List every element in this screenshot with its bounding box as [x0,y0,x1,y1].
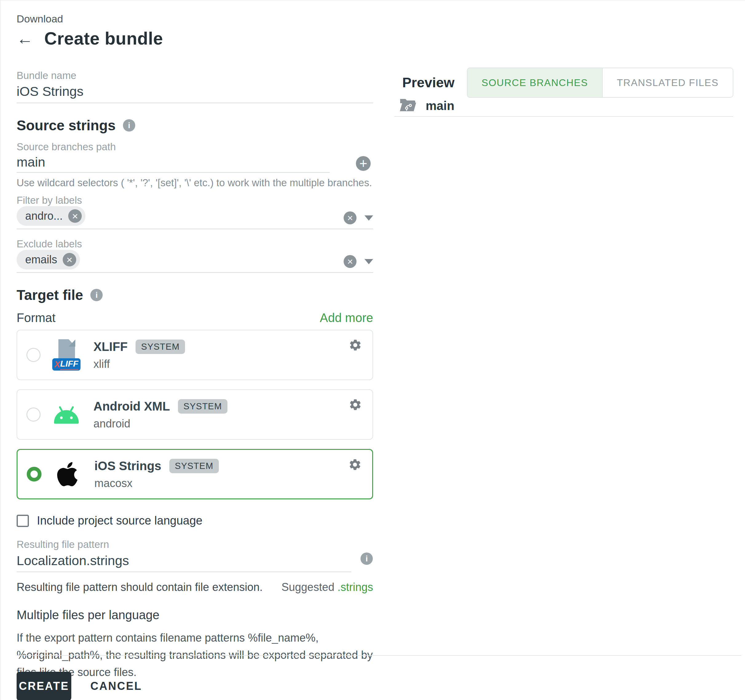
source-strings-heading: Source strings [16,117,115,134]
plus-icon: + [359,157,367,170]
wildcard-helper-text: Use wildcard selectors ( '*', '?', '[set… [16,176,373,189]
tab-translated-files[interactable]: TRANSLATED FILES [602,68,733,97]
include-source-language-checkbox[interactable] [16,515,29,527]
source-branches-label: Source branches path [16,141,373,153]
info-icon[interactable]: i [361,552,373,565]
create-bundle-page: Download ← Create bundle Bundle name iOS… [0,0,745,700]
chip-label: emails [25,253,57,266]
exclude-labels-input[interactable]: emails × × [16,250,373,273]
title-row: ← Create bundle [16,28,373,49]
chip-label: andro... [25,209,63,223]
field-right-icons: × [344,255,373,268]
target-file-heading: Target file [16,286,83,304]
footer-divider [16,655,741,656]
resulting-pattern-input[interactable]: Localization.strings [16,553,351,571]
source-branches-input[interactable]: main [16,155,330,172]
filter-labels-label: Filter by labels [16,194,373,206]
apple-icon [49,460,86,488]
multiple-files-heading: Multiple files per language [16,607,373,622]
exclude-labels-label: Exclude labels [16,238,373,250]
branch-tree-row[interactable]: main [394,95,733,117]
format-radio[interactable] [27,407,40,422]
include-source-language-label: Include project source language [37,514,202,527]
clear-field-icon[interactable]: × [344,255,356,268]
source-branches-field: Source branches path main + [16,141,373,173]
tab-source-branches[interactable]: SOURCE BRANCHES [467,68,602,97]
format-title: iOS Strings [94,459,162,473]
pattern-helper-text: Resulting file pattern should contain fi… [16,581,263,594]
clear-field-icon[interactable]: × [344,211,356,224]
format-subtitle: macosx [94,477,219,490]
format-radio[interactable] [27,348,40,362]
preview-header: Preview SOURCE BRANCHES TRANSLATED FILES [402,67,733,98]
preview-label: Preview [402,75,455,91]
format-card-android[interactable]: Android XML SYSTEM android [16,389,373,440]
xliff-file-icon: XLIFF [48,339,85,371]
info-icon[interactable]: i [90,289,103,301]
android-icon [48,405,85,424]
suggested-value[interactable]: .strings [338,581,373,593]
add-more-link[interactable]: Add more [320,311,373,325]
format-header-row: Format Add more [16,311,373,325]
bundle-form: Download ← Create bundle Bundle name iOS… [16,1,373,681]
branch-folder-icon [399,98,417,114]
cancel-button[interactable]: CANCEL [82,673,151,699]
bundle-name-field: Bundle name iOS Strings [16,69,373,103]
system-badge: SYSTEM [169,459,219,473]
format-subtitle: android [93,417,227,430]
format-card-text: Android XML SYSTEM android [93,399,227,430]
filter-labels-input[interactable]: andro... × × [16,206,373,229]
bundle-name-input[interactable]: iOS Strings [16,84,373,103]
target-file-section-head: Target file i [16,286,373,304]
exclude-labels-field: Exclude labels emails × × [16,238,373,273]
format-card-xliff[interactable]: XLIFF XLIFF SYSTEM xliff [16,330,373,380]
filter-labels-field: Filter by labels andro... × × [16,194,373,229]
format-card-text: iOS Strings SYSTEM macosx [94,459,219,490]
field-right-icons: × [344,211,373,224]
back-arrow-icon[interactable]: ← [16,28,33,49]
dropdown-caret-icon[interactable] [365,259,373,264]
format-card-text: XLIFF SYSTEM xliff [93,340,185,371]
form-actions: CREATE CANCEL [16,672,151,700]
source-branches-input-wrap: main [16,155,330,173]
suggested-extension: Suggested .strings [281,581,373,594]
info-icon[interactable]: i [123,119,135,132]
gear-icon[interactable] [349,398,362,413]
source-strings-section-head: Source strings i [16,117,373,134]
remove-chip-icon[interactable]: × [68,209,82,223]
resulting-pattern-input-wrap: Localization.strings [16,550,351,572]
format-title: XLIFF [93,340,127,354]
pattern-helper-row: Resulting file pattern should contain fi… [16,581,373,594]
format-radio-selected[interactable] [27,467,42,482]
resulting-pattern-label: Resulting file pattern [16,538,373,550]
label-chip[interactable]: emails × [16,250,80,269]
format-card-ios[interactable]: iOS Strings SYSTEM macosx [16,449,373,500]
include-source-language-row: Include project source language [16,514,373,527]
add-branch-button[interactable]: + [356,156,371,171]
resulting-pattern-field: Resulting file pattern Localization.stri… [16,538,373,572]
format-title: Android XML [93,399,170,413]
format-subtitle: xliff [93,358,185,371]
remove-chip-icon[interactable]: × [63,253,76,266]
system-badge: SYSTEM [178,399,227,414]
dropdown-caret-icon[interactable] [365,215,373,221]
create-button[interactable]: CREATE [16,672,71,700]
label-chip[interactable]: andro... × [16,206,85,226]
preview-tabs: SOURCE BRANCHES TRANSLATED FILES [467,67,733,98]
branch-name: main [426,99,454,113]
suggested-label: Suggested [281,581,334,593]
gear-icon[interactable] [348,458,362,473]
page-title: Create bundle [44,28,163,49]
bundle-name-label: Bundle name [16,69,373,82]
system-badge: SYSTEM [136,340,185,354]
breadcrumb[interactable]: Download [16,12,373,25]
gear-icon[interactable] [349,338,362,353]
format-label: Format [16,311,55,325]
